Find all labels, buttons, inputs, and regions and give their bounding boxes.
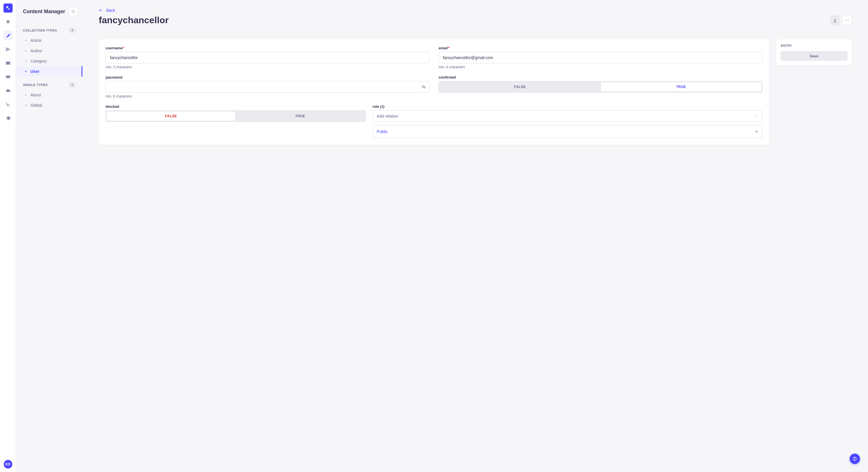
download-icon xyxy=(833,18,837,23)
role-placeholder: Add relation xyxy=(377,114,398,119)
more-icon xyxy=(845,18,849,23)
primary-nav-rail: KD xyxy=(0,0,16,472)
field-role: role (1) Add relation Public ✕ xyxy=(373,105,763,138)
download-button[interactable] xyxy=(830,15,840,25)
section-label: COLLECTION TYPES xyxy=(23,29,57,32)
user-avatar[interactable]: KD xyxy=(4,460,12,469)
field-password: password min. 6 characters xyxy=(105,75,429,98)
blocked-toggle: FALSE TRUE xyxy=(105,110,366,122)
sidebar-item-label: Category xyxy=(30,59,47,63)
section-collection-types: COLLECTION TYPES 4 xyxy=(16,26,82,35)
nav-home-icon[interactable] xyxy=(3,17,12,26)
sidebar-item-category[interactable]: Category xyxy=(16,56,82,66)
role-label: role (1) xyxy=(373,105,763,109)
username-input[interactable] xyxy=(105,52,429,63)
save-button[interactable]: Save xyxy=(781,51,847,61)
arrow-left-icon xyxy=(99,8,103,12)
section-single-types: SINGLE TYPES 2 xyxy=(16,80,82,90)
more-actions-button[interactable] xyxy=(842,15,852,25)
username-hint: min. 3 characters xyxy=(105,65,429,69)
sidebar-item-global[interactable]: Global xyxy=(16,100,82,110)
field-email: email* min. 6 characters xyxy=(439,46,763,69)
sidebar-item-user[interactable]: User xyxy=(16,66,82,76)
confirmed-toggle: FALSE TRUE xyxy=(439,81,763,93)
app-logo[interactable] xyxy=(3,3,12,12)
sidebar-divider xyxy=(23,21,30,21)
sidebar-item-about[interactable]: About xyxy=(16,90,82,100)
nav-settings-icon[interactable] xyxy=(3,113,12,123)
confirmed-false-option[interactable]: FALSE xyxy=(440,82,600,92)
sidebar-item-label: User xyxy=(30,69,39,74)
svg-point-3 xyxy=(9,106,9,106)
confirmed-true-option[interactable]: TRUE xyxy=(601,82,762,92)
section-label: SINGLE TYPES xyxy=(23,83,48,87)
svg-rect-0 xyxy=(6,6,8,8)
svg-point-4 xyxy=(72,10,74,12)
role-select[interactable]: Add relation xyxy=(373,110,763,122)
back-link[interactable]: Back xyxy=(99,8,852,12)
sidebar-item-label: Article xyxy=(30,38,42,43)
sidebar-item-label: Author xyxy=(30,48,42,53)
nav-cloud-icon[interactable] xyxy=(3,86,12,95)
email-hint: min. 6 characters xyxy=(439,65,763,69)
svg-rect-1 xyxy=(8,8,10,10)
role-chip-label: Public xyxy=(377,129,388,134)
role-chip-public[interactable]: Public ✕ xyxy=(373,125,763,138)
main-content: Back fancychancellor username* min. 3 xyxy=(83,0,868,472)
secondary-sidebar: Content Manager COLLECTION TYPES 4 Artic… xyxy=(16,0,83,472)
sidebar-item-label: About xyxy=(30,93,41,97)
password-label: password xyxy=(105,75,429,79)
form-card: username* min. 3 characters email* min. … xyxy=(99,39,769,145)
nav-cart-icon[interactable] xyxy=(3,100,12,109)
help-icon xyxy=(852,457,857,461)
chevron-down-icon xyxy=(755,115,758,117)
username-label: username* xyxy=(105,46,429,50)
password-hint: min. 6 characters xyxy=(105,94,429,98)
password-input[interactable] xyxy=(105,81,429,93)
field-confirmed: confirmed FALSE TRUE xyxy=(439,75,763,98)
email-label: email* xyxy=(439,46,763,50)
role-chip-remove[interactable]: ✕ xyxy=(755,130,758,134)
svg-line-5 xyxy=(74,12,74,13)
eye-off-icon xyxy=(422,85,426,89)
help-fab[interactable] xyxy=(849,453,860,464)
sidebar-item-label: Global xyxy=(30,103,42,107)
entry-label: ENTRY xyxy=(781,44,847,47)
field-username: username* min. 3 characters xyxy=(105,46,429,69)
nav-plane-icon[interactable] xyxy=(3,45,12,54)
sidebar-title: Content Manager xyxy=(23,9,65,14)
section-count-badge: 2 xyxy=(69,82,75,88)
nav-media-icon[interactable] xyxy=(3,59,12,68)
entry-card: ENTRY Save xyxy=(776,39,852,65)
sidebar-item-article[interactable]: Article xyxy=(16,35,82,45)
nav-card-icon[interactable] xyxy=(3,72,12,81)
field-blocked: blocked FALSE TRUE xyxy=(105,105,366,138)
svg-point-9 xyxy=(848,20,849,20)
sidebar-item-author[interactable]: Author xyxy=(16,45,82,56)
email-input[interactable] xyxy=(439,52,763,63)
svg-point-2 xyxy=(7,106,7,106)
back-label: Back xyxy=(106,8,115,12)
blocked-true-option[interactable]: TRUE xyxy=(236,111,364,121)
svg-point-12 xyxy=(855,460,855,460)
blocked-false-option[interactable]: FALSE xyxy=(107,111,235,121)
search-button[interactable] xyxy=(69,7,78,16)
page-title: fancychancellor xyxy=(99,15,169,26)
svg-point-7 xyxy=(845,20,846,20)
svg-point-8 xyxy=(847,20,847,20)
section-count-badge: 4 xyxy=(69,28,75,33)
password-visibility-toggle[interactable] xyxy=(422,85,426,89)
blocked-label: blocked xyxy=(105,105,366,109)
confirmed-label: confirmed xyxy=(439,75,763,79)
nav-content-icon[interactable] xyxy=(3,31,12,40)
